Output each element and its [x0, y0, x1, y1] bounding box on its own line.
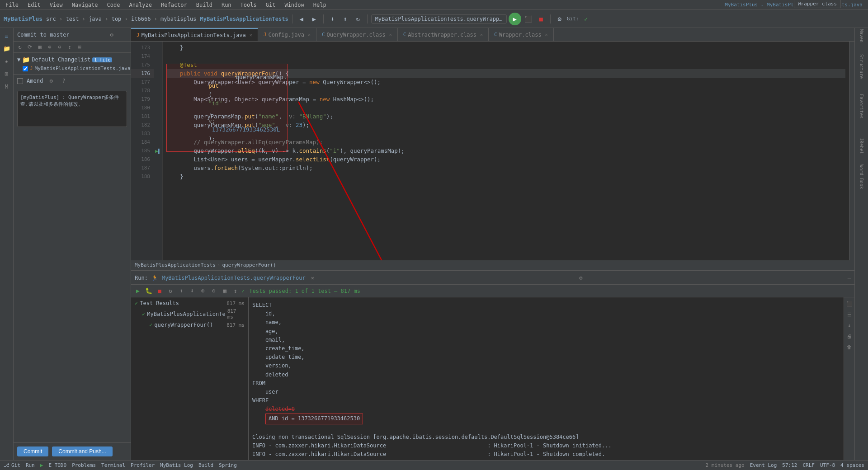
tab-close-querywrapper[interactable]: ✕ [389, 32, 392, 37]
run-rt-btn4[interactable]: 🖨 [845, 332, 854, 341]
settings-btn[interactable]: ⚙ [554, 14, 565, 24]
tab-close-abstractwrapper[interactable]: ✕ [480, 32, 483, 37]
run-filter-btn[interactable]: ▦ [220, 286, 230, 296]
todo-status[interactable]: E TODO [48, 462, 66, 468]
menu-git[interactable]: Git [264, 1, 278, 9]
menu-edit[interactable]: Edit [26, 1, 42, 9]
spaces-label[interactable]: 4 spaces [840, 462, 864, 468]
sort-btn[interactable]: ↕ [65, 42, 74, 52]
file-item[interactable]: J MyBatisPlusApplicationTests.java D:\De… [15, 65, 129, 72]
right-icon-wordbooklet[interactable]: Word Book [856, 171, 868, 183]
expand-btn[interactable]: ⊕ [45, 42, 54, 52]
problems-status[interactable]: Problems [72, 462, 96, 468]
run-rt-btn1[interactable]: ⬛ [845, 299, 854, 308]
changelist-title[interactable]: ▼ 📁 Default Changelist 1 file [15, 55, 129, 65]
group-btn[interactable]: ⊞ [75, 42, 84, 52]
git-update-btn[interactable]: ↻ [353, 14, 363, 24]
run-rt-btn3[interactable]: ↕ [845, 321, 854, 330]
editor-scrollbar[interactable] [849, 42, 854, 260]
menu-navigate[interactable]: Navigate [70, 1, 100, 9]
git-push-btn[interactable]: ⬆ [340, 14, 351, 24]
test-item-method[interactable]: ✓ queryWrapperFour() 817 ms [147, 321, 246, 329]
sidebar-commit-icon[interactable]: ≡ [1, 30, 13, 42]
menu-file[interactable]: File [4, 1, 20, 9]
tab-mybatisplus[interactable]: J MyBatisPlusApplicationTests.java ✕ [131, 28, 258, 41]
run-collapse-btn[interactable]: ⊖ [209, 286, 219, 296]
terminal-status[interactable]: Terminal [101, 462, 125, 468]
mybatis-status[interactable]: MyBatis Log [160, 462, 193, 468]
menu-window[interactable]: Window [283, 1, 306, 9]
run-next-btn[interactable]: ⬇ [187, 286, 197, 296]
git-status[interactable]: ⎇ Git [4, 462, 20, 468]
file-checkbox[interactable] [23, 66, 28, 71]
tab-close-mybatisplus[interactable]: ✕ [250, 33, 252, 38]
tab-close-config[interactable]: ✕ [308, 32, 311, 37]
sidebar-maven-icon[interactable]: M [1, 80, 13, 92]
collapse-btn[interactable]: ⊖ [55, 42, 64, 52]
console-output[interactable]: SELECT id, name, age, email, create_time… [249, 297, 844, 460]
code-editor[interactable]: } @Test public void queryWrapperFour () … [163, 42, 849, 260]
git-pull-btn[interactable]: ⬇ [327, 14, 338, 24]
project-name[interactable]: MyBatisPlus [4, 15, 42, 22]
tab-close-wrapper[interactable]: ✕ [545, 32, 548, 37]
tab-config[interactable]: J Config.java ✕ [258, 28, 316, 41]
tab-wrapper[interactable]: C Wrapper.class ✕ [489, 28, 554, 41]
spring-status[interactable]: Spring [219, 462, 237, 468]
menu-analyze[interactable]: Analyze [127, 1, 154, 9]
run-config-dropdown[interactable]: MyBatisPlusApplicationTests.queryWrapper… [371, 14, 507, 24]
sidebar-project-icon[interactable]: 📁 [1, 42, 13, 54]
active-breadcrumb[interactable]: MyBatisPlusApplicationTests [200, 16, 288, 22]
filter-btn[interactable]: ▦ [35, 42, 44, 52]
event-log-btn[interactable]: Event Log [750, 462, 777, 468]
run-sort-btn[interactable]: ↕ [231, 286, 241, 296]
encoding-label[interactable]: UTF-8 [820, 462, 835, 468]
right-icon-structure[interactable]: Structure [856, 61, 868, 72]
test-item-results[interactable]: ✓ Test Results 817 ms [133, 299, 246, 307]
right-icon-maven[interactable]: Maven [856, 30, 868, 42]
test-item-class[interactable]: ✓ MyBatisPlusApplicationTe 817 ms [140, 307, 246, 321]
menu-help[interactable]: Help [311, 1, 328, 9]
run-close-icon[interactable]: — [848, 275, 851, 281]
commit-minimize-btn[interactable]: — [118, 30, 127, 39]
crlf-label[interactable]: CRLF [802, 462, 815, 468]
git-check-btn[interactable]: ✓ [580, 14, 591, 24]
run-debug-btn[interactable]: 🐛 [144, 286, 154, 296]
menu-build[interactable]: Build [194, 1, 214, 9]
commit-settings-btn[interactable]: ⚙ [107, 30, 116, 39]
rollback-btn[interactable]: ⟳ [25, 42, 34, 52]
amend-checkbox[interactable] [17, 78, 23, 84]
right-icon-jrebel[interactable]: JRebel [856, 140, 868, 152]
stop-btn[interactable]: ■ [536, 14, 547, 24]
forward-btn[interactable]: ▶ [309, 14, 320, 24]
run-rt-btn2[interactable]: ☰ [845, 310, 854, 319]
run-button[interactable]: ▶ [509, 13, 521, 25]
breadcrumb-method[interactable]: queryWrapperFour() [222, 262, 276, 268]
commit-push-button[interactable]: Commit and Push... [52, 446, 112, 456]
tab-querywrapper[interactable]: C QueryWrapper.class ✕ [316, 28, 398, 41]
sidebar-bookmark-icon[interactable]: ★ [1, 55, 13, 67]
run-expand-btn[interactable]: ⊕ [198, 286, 208, 296]
run-config-label[interactable]: MyBatisPlusApplicationTests.queryWrapper… [162, 275, 306, 281]
breadcrumb-class[interactable]: MyBatisPlusApplicationTests [135, 262, 216, 268]
right-icon-favorites[interactable]: Favorites [856, 100, 868, 112]
debug-btn[interactable]: ⬛ [523, 14, 534, 24]
run-play-btn[interactable]: ▶ [133, 286, 143, 296]
menu-refactor[interactable]: Refactor [159, 1, 189, 9]
menu-run[interactable]: Run [220, 1, 233, 9]
menu-tools[interactable]: Tools [239, 1, 259, 9]
menu-code[interactable]: Code [105, 1, 122, 9]
commit-message-box[interactable]: [myBatisPlus] : QueryWrapper多条件查,请以及和多条件… [17, 91, 127, 127]
build-status[interactable]: Build [198, 462, 213, 468]
amend-settings[interactable]: ⚙ [47, 76, 56, 85]
run-stop-btn[interactable]: ■ [155, 286, 165, 296]
run-status[interactable]: Run [26, 462, 35, 468]
run-rerun-btn[interactable]: ↻ [165, 286, 175, 296]
menu-view[interactable]: View [48, 1, 65, 9]
run-rt-btn5[interactable]: 🗑 [845, 343, 854, 352]
run-gutter-icon[interactable]: ▶ [155, 148, 158, 154]
tab-abstractwrapper[interactable]: C AbstractWrapper.class ✕ [398, 28, 489, 41]
amend-info[interactable]: ? [59, 76, 68, 85]
run-prev-btn[interactable]: ⬆ [176, 286, 186, 296]
commit-button[interactable]: Commit [17, 446, 48, 456]
run-settings-icon[interactable]: ⚙ [579, 275, 582, 281]
